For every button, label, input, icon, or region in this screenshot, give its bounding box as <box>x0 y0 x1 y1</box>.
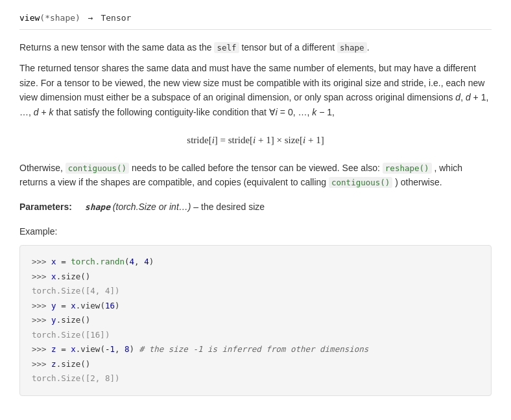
param-desc: – the desired size <box>193 202 265 212</box>
code-line-4: >>> y = x.view(16) <box>32 299 479 314</box>
contiguous-code-2[interactable]: contiguous() <box>329 177 392 188</box>
code-line-6: torch.Size([16]) <box>32 328 479 343</box>
code-line-8: >>> z.size() <box>32 357 479 372</box>
description-para1: Returns a new tensor with the same data … <box>19 40 492 54</box>
code-line-5: >>> y.size() <box>32 313 479 328</box>
example-section: Example: >>> x = torch.randn(4, 4) >>> x… <box>19 224 492 396</box>
code-line-7: >>> z = x.view(-1, 8) # the size -1 is i… <box>32 342 479 357</box>
description-para2: The returned tensor shares the same data… <box>19 61 492 119</box>
self-code: self <box>214 42 239 53</box>
code-line-2: >>> x.size() <box>32 270 479 285</box>
param-type: (torch.Size or int…) <box>113 202 191 212</box>
parameters-label: Parameters: <box>19 202 72 212</box>
return-type: Tensor <box>101 13 131 23</box>
code-block: >>> x = torch.randn(4, 4) >>> x.size() t… <box>19 245 492 396</box>
code-line-9: torch.Size([2, 8]) <box>32 371 479 386</box>
param-name: shape <box>85 202 110 212</box>
func-params: (*shape) <box>40 13 80 23</box>
description-para3: Otherwise, contiguous() needs to be call… <box>19 161 492 190</box>
code-line-3: torch.Size([4, 4]) <box>32 284 479 299</box>
param-entry: shape (torch.Size or int…) – the desired… <box>85 202 265 212</box>
code-line-1: >>> x = torch.randn(4, 4) <box>32 255 479 270</box>
contiguous-code-1[interactable]: contiguous() <box>65 163 129 174</box>
func-keyword: view <box>19 13 40 23</box>
arrow-icon: → <box>88 13 93 23</box>
description-section: Returns a new tensor with the same data … <box>19 40 492 190</box>
math-formula: stride[i] = stride[i + 1] × size[i + 1] <box>19 132 492 148</box>
example-label: Example: <box>19 224 492 239</box>
reshape-code[interactable]: reshape() <box>383 163 432 174</box>
function-signature: view(*shape) → Tensor <box>19 13 492 30</box>
parameters-section: Parameters: shape (torch.Size or int…) –… <box>19 199 492 215</box>
shape-code: shape <box>337 42 367 53</box>
